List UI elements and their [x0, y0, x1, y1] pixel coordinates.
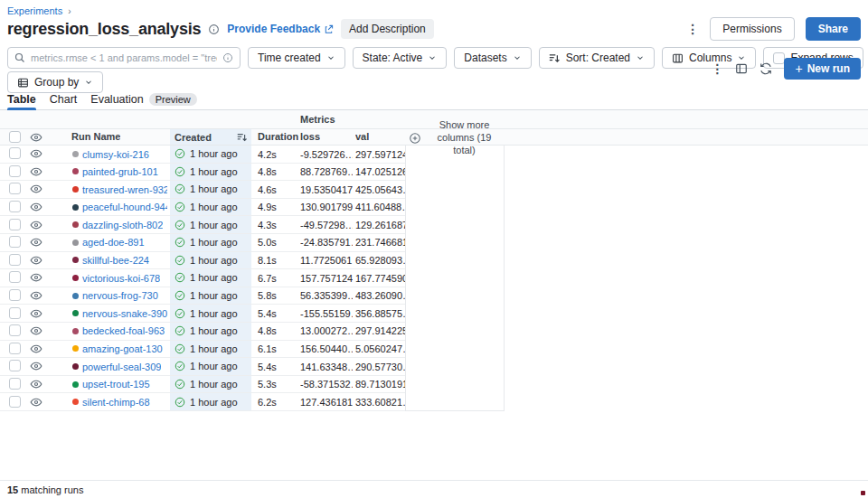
row-checkbox[interactable]: [9, 360, 21, 371]
run-color-dot: [72, 310, 79, 316]
row-visibility-eye-icon[interactable]: [30, 324, 42, 337]
run-name-link[interactable]: bedecked-foal-963: [82, 325, 165, 336]
table-overflow-menu-icon[interactable]: ⋮: [711, 62, 723, 75]
row-checkbox[interactable]: [9, 183, 21, 194]
row-visibility-eye-icon[interactable]: [30, 396, 42, 409]
created-cell: 1 hour ago: [170, 376, 251, 393]
row-checkbox[interactable]: [9, 324, 21, 336]
row-checkbox[interactable]: [9, 396, 21, 408]
permissions-button[interactable]: Permissions: [710, 17, 794, 41]
row-visibility-eye-icon[interactable]: [30, 307, 42, 320]
tab-chart[interactable]: Chart: [50, 93, 78, 109]
chevron-down-icon: [636, 53, 645, 62]
new-run-button[interactable]: + New run: [784, 58, 861, 80]
row-visibility-eye-icon[interactable]: [30, 236, 42, 249]
search-icon: [14, 52, 25, 63]
col-header-created[interactable]: Created: [170, 129, 251, 145]
row-visibility-eye-icon[interactable]: [30, 271, 42, 284]
row-visibility-eye-icon[interactable]: [30, 360, 42, 372]
refresh-icon[interactable]: [760, 62, 772, 75]
val-cell: 89.7130191…: [355, 379, 405, 390]
status-finished-icon: [175, 202, 185, 212]
run-name-link[interactable]: skillful-bee-224: [82, 255, 149, 266]
run-name-link[interactable]: amazing-goat-130: [82, 343, 163, 354]
created-cell: 1 hour ago: [170, 199, 251, 216]
datasets-filter[interactable]: Datasets: [454, 47, 531, 69]
sort-control[interactable]: Sort: Created: [539, 47, 655, 69]
time-created-filter[interactable]: Time created: [248, 47, 345, 69]
run-name-link[interactable]: peaceful-hound-944: [82, 202, 167, 212]
row-visibility-eye-icon[interactable]: [30, 147, 42, 160]
tab-label: Chart: [50, 93, 78, 106]
row-checkbox[interactable]: [9, 165, 21, 177]
tab-table[interactable]: Table: [7, 93, 36, 109]
run-name-link[interactable]: nervous-snake-390: [82, 308, 167, 319]
col-header-duration[interactable]: Duration: [258, 131, 298, 142]
row-checkbox[interactable]: [9, 236, 21, 248]
search-info-icon[interactable]: [222, 52, 233, 63]
run-name-link[interactable]: upset-trout-195: [82, 379, 150, 390]
created-text: 1 hour ago: [190, 272, 238, 283]
row-checkbox[interactable]: [9, 289, 21, 301]
breadcrumb-experiments-link[interactable]: Experiments: [7, 5, 62, 16]
row-visibility-eye-icon[interactable]: [30, 219, 42, 231]
eye-icon[interactable]: [30, 131, 42, 144]
row-checkbox[interactable]: [9, 271, 21, 283]
loss-cell: 11.7725061…: [300, 255, 353, 266]
run-name-link[interactable]: silent-chimp-68: [82, 397, 150, 408]
row-visibility-eye-icon[interactable]: [30, 254, 42, 267]
row-checkbox[interactable]: [9, 147, 21, 159]
table-row: peaceful-hound-9441 hour ago4.9s130.9017…: [0, 199, 405, 217]
run-name-link[interactable]: aged-doe-891: [82, 237, 145, 248]
row-visibility-eye-icon[interactable]: [30, 378, 42, 390]
share-button[interactable]: Share: [806, 17, 861, 41]
row-visibility-eye-icon[interactable]: [30, 343, 42, 355]
row-checkbox[interactable]: [9, 307, 21, 319]
col-header-val[interactable]: val: [355, 131, 369, 142]
created-text: 1 hour ago: [190, 379, 238, 390]
row-checkbox[interactable]: [9, 219, 21, 230]
add-description-button[interactable]: Add Description: [341, 19, 434, 39]
show-more-columns-button[interactable]: Show more columns (19 total): [409, 119, 503, 156]
table-row: skillful-bee-2241 hour ago8.1s11.7725061…: [0, 252, 405, 270]
col-header-run-name[interactable]: Run Name: [71, 131, 120, 142]
search-box[interactable]: [7, 47, 241, 69]
run-name-link[interactable]: clumsy-koi-216: [82, 149, 149, 160]
run-name-link[interactable]: treasured-wren-932: [82, 184, 167, 195]
loss-cell: -58.371532…: [300, 379, 353, 390]
created-cell: 1 hour ago: [170, 287, 251, 305]
breadcrumb-chevron-icon: ›: [68, 6, 71, 16]
row-visibility-eye-icon[interactable]: [30, 289, 42, 302]
provide-feedback-link[interactable]: Provide Feedback: [227, 23, 334, 35]
select-all-checkbox[interactable]: [9, 131, 21, 143]
run-color-dot: [72, 204, 79, 211]
run-name-link[interactable]: nervous-frog-730: [82, 290, 158, 301]
run-name-link[interactable]: victorious-koi-678: [82, 273, 160, 284]
row-visibility-eye-icon[interactable]: [30, 201, 42, 213]
created-text: 1 hour ago: [190, 166, 238, 177]
run-name-link[interactable]: painted-grub-101: [82, 166, 158, 177]
group-by-control[interactable]: Group by: [7, 71, 103, 93]
run-name-link[interactable]: powerful-seal-309: [82, 362, 161, 372]
created-cell: 1 hour ago: [170, 393, 251, 410]
state-filter[interactable]: State: Active: [353, 47, 448, 69]
overflow-menu-icon[interactable]: ⋮: [686, 23, 699, 35]
tab-evaluation[interactable]: EvaluationPreview: [90, 93, 197, 109]
row-checkbox[interactable]: [9, 201, 21, 212]
table-row: bedecked-foal-9631 hour ago4.8s13.000272…: [0, 323, 405, 341]
col-header-loss[interactable]: loss: [300, 131, 320, 142]
search-input[interactable]: [31, 52, 217, 63]
side-panel-icon[interactable]: [735, 62, 748, 75]
info-icon[interactable]: [208, 23, 220, 35]
run-name-link[interactable]: dazzling-sloth-802: [82, 220, 163, 230]
row-checkbox[interactable]: [9, 254, 21, 266]
row-checkbox[interactable]: [9, 378, 21, 390]
created-text: 1 hour ago: [190, 343, 238, 354]
row-visibility-eye-icon[interactable]: [30, 165, 42, 178]
status-finished-icon: [175, 148, 185, 159]
chevron-down-icon: [84, 78, 93, 87]
datasets-label: Datasets: [464, 52, 506, 64]
row-checkbox[interactable]: [9, 343, 21, 354]
breadcrumb: Experiments ›: [7, 5, 71, 16]
row-visibility-eye-icon[interactable]: [30, 183, 42, 195]
